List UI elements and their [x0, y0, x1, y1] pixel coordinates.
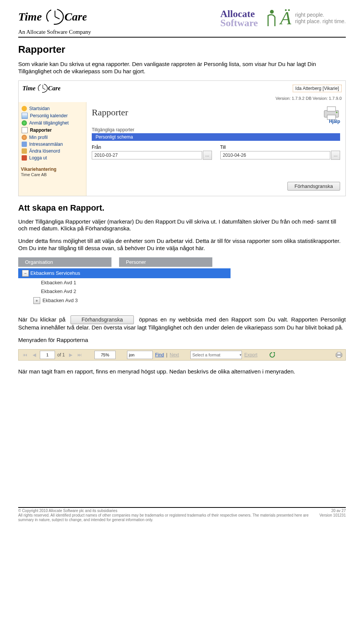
h2-skapa-rapport: Att skapa en Rapport.: [18, 203, 346, 213]
page-of-label: of 1: [57, 352, 65, 358]
version-text: Version: 1.7.9.2 DB Version: 1.7.9.0: [19, 96, 345, 102]
org-child-1[interactable]: Ekbacken Avd 1: [18, 278, 346, 287]
print-icon[interactable]: [336, 351, 342, 358]
svg-rect-19: [337, 356, 341, 358]
org-th-personer: Personer: [119, 257, 212, 267]
svg-point-16: [336, 112, 337, 113]
p6: När man tagit fram en rapport, finns en …: [18, 368, 346, 375]
h1-rapporter: Rapporter: [18, 44, 346, 55]
printer-icon[interactable]: [323, 105, 340, 120]
report-row-selected[interactable]: Personligt schema: [92, 133, 340, 141]
svg-text:Time: Time: [18, 10, 42, 23]
sidebar-item-startsidan[interactable]: Startsidan: [21, 105, 85, 112]
p4: När Du klickar på Förhandsgranska öppnas…: [18, 315, 346, 331]
search-input[interactable]: [127, 351, 153, 359]
allocate-tagline: Allocate Software Ä right people. right …: [220, 8, 346, 28]
svg-point-7: [270, 10, 274, 14]
till-label: Till: [220, 145, 340, 150]
org-child-2[interactable]: Ekbacken Avd 2: [18, 287, 346, 296]
tagline-line2: right place. right time.: [295, 18, 346, 24]
svg-line-3: [55, 17, 60, 19]
main-panel: Rapporter Hjälp Tillgängliga rapporter P…: [86, 102, 345, 196]
svg-text:Software: Software: [220, 17, 258, 28]
org-root-selected[interactable]: − Ekbackens Servicehus: [18, 268, 231, 278]
till-date-picker-button[interactable]: …: [331, 151, 340, 160]
sidebar-item-profil[interactable]: Min profil: [21, 134, 85, 141]
tagline-line1: right people.: [295, 12, 346, 18]
from-date-input[interactable]: 2010-03-27: [92, 151, 202, 159]
screenshot-rapporter: Time Care Ida Atterberg [Vikarie] Versio…: [18, 80, 346, 196]
header-rule: [18, 37, 346, 38]
page-number-input[interactable]: [40, 351, 55, 359]
expand-icon[interactable]: +: [33, 297, 40, 304]
p2: Under Tillgängliga Rapporter väljer (mar…: [18, 218, 346, 233]
intro-p1: Som vikarie kan Du skriva ut egna rappor…: [18, 61, 346, 75]
footer-version: Version 101231: [319, 513, 346, 518]
main-title: Rapporter: [92, 107, 128, 118]
timecare-logo: Time Care: [18, 8, 91, 27]
page-header: Time Care An Allocate Software Company A…: [18, 8, 346, 35]
sidebar-item-kalender[interactable]: Personlig kalender: [21, 112, 85, 120]
p3: Under detta finns möjlighet till att väl…: [18, 238, 346, 252]
zoom-input[interactable]: [94, 351, 116, 359]
sidebar-group-sub: Time Care AB: [21, 172, 85, 177]
user-badge: Ida Atterberg [Vikarie]: [293, 85, 342, 92]
next-link: Next: [169, 352, 179, 358]
find-link[interactable]: Find: [155, 352, 164, 358]
till-date-input[interactable]: 2010-04-26: [220, 151, 331, 159]
allocate-logo: Allocate Software: [220, 8, 276, 28]
footer-disclaimer: All rights reserved. All identified prod…: [18, 513, 312, 522]
org-th-organisation: Organisation: [18, 257, 111, 267]
preview-button[interactable]: Förhandsgranska: [287, 182, 340, 191]
sidebar-item-rapporter[interactable]: Rapporter: [21, 126, 85, 134]
org-tree: Organisation Personer − Ekbackens Servic…: [18, 257, 346, 306]
sidebar-item-losenord[interactable]: Ändra lösenord: [21, 148, 85, 154]
footer-copyright: © Copyright 2010 Allocate Software plc a…: [18, 509, 312, 513]
last-page-icon: ⏭: [76, 351, 83, 358]
from-date-picker-button[interactable]: …: [203, 151, 212, 160]
sidebar-item-intresse[interactable]: Intresseanmälan: [21, 141, 85, 148]
sidebar: Startsidan Personlig kalender Anmäl till…: [19, 102, 86, 196]
report-menubar: ⏮ ◀ of 1 ▶ ⏭ Find | Next Select a format…: [18, 349, 346, 361]
footer-rule: [18, 507, 346, 508]
export-link: Export: [244, 352, 257, 358]
svg-text:Care: Care: [48, 85, 60, 92]
format-select[interactable]: Select a format▾: [190, 351, 242, 359]
sub-company-text: An Allocate Software Company: [18, 29, 91, 35]
svg-rect-14: [327, 107, 336, 111]
collapse-icon[interactable]: −: [22, 270, 29, 277]
available-reports-label: Tillgängliga rapporter: [92, 127, 340, 132]
prev-page-icon: ◀: [31, 351, 38, 358]
sidebar-item-anmal[interactable]: Anmäl tillgänglighet: [21, 120, 85, 126]
preview-button-inline[interactable]: Förhandsgranska: [71, 315, 134, 325]
sidebar-group-header: Vikariehantering: [21, 167, 85, 172]
sidebar-item-logout[interactable]: Logga ut: [21, 154, 85, 161]
svg-rect-18: [337, 352, 341, 354]
p5-menurad: Menyraden för Rapporterna: [18, 337, 346, 344]
svg-text:Time: Time: [22, 85, 36, 92]
tagline-a-icon: Ä: [280, 8, 291, 28]
first-page-icon: ⏮: [22, 351, 28, 358]
org-child-3[interactable]: +Ekbacken Avd 3: [18, 296, 346, 306]
from-label: Från: [92, 145, 212, 150]
svg-line-11: [43, 88, 46, 89]
svg-text:Care: Care: [64, 10, 86, 23]
refresh-icon[interactable]: [269, 351, 276, 358]
timecare-logo-small: Time Care: [22, 82, 60, 95]
org-root-label: Ekbackens Servicehus: [30, 270, 80, 276]
page-footer: © Copyright 2010 Allocate Software plc a…: [18, 509, 346, 522]
help-link[interactable]: Hjälp: [92, 119, 340, 124]
next-page-icon: ▶: [67, 351, 74, 358]
footer-page: 20 av 27: [319, 509, 346, 513]
